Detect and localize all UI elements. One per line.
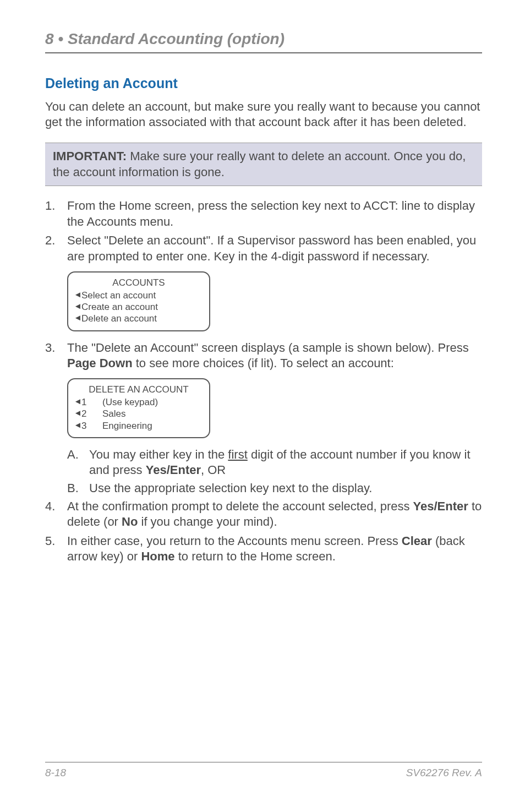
first-underlined: first [228,448,247,461]
section-title: Deleting an Account [45,75,482,91]
step-number: 1. [45,198,67,230]
screen-row-number: 3 [81,420,91,432]
yes-enter-text: Yes/Enter [146,463,201,477]
step-number: 4. [45,499,67,530]
intro-paragraph: You can delete an account, but make sure… [45,99,482,129]
screen-row: ◄ 1 (Use keypad) [74,396,204,408]
screen-row-text: Delete an account [81,313,157,324]
substep-text: Use the appropriate selection key next t… [89,481,482,497]
screen-row-text: Select an account [81,290,156,301]
important-label: IMPORTANT: [53,149,127,163]
left-arrow-icon: ◄ [74,313,81,324]
step-4: 4. At the confirmation prompt to delete … [45,499,482,530]
home-text: Home [141,549,174,563]
substep-letter: B. [67,481,89,497]
screen-row: ◄ Delete an account [74,313,204,324]
yes-enter-text: Yes/Enter [413,499,468,513]
page-number: 8-18 [45,767,66,779]
step-number: 5. [45,533,67,565]
step-text: At the confirmation prompt to delete the… [67,499,482,530]
page-down-text: Page Down [67,356,133,370]
accounts-screen: ACCOUNTS ◄ Select an account ◄ Create an… [67,271,210,331]
substep-a: A. You may either key in the first digit… [67,447,482,478]
screen-row-number: 2 [81,408,91,419]
substep-b: B. Use the appropriate selection key nex… [67,481,482,497]
step-3: 3. The "Delete an Account" screen displa… [45,340,482,372]
screen-row-text: Create an account [81,301,158,313]
step-text: Select "Delete an account". If a Supervi… [67,233,482,264]
left-arrow-icon: ◄ [74,290,81,301]
step-1: 1. From the Home screen, press the selec… [45,198,482,230]
screen-row: ◄ 2 Sales [74,408,204,419]
step-text: The "Delete an Account" screen displays … [67,340,482,372]
step-text: In either case, you return to the Accoun… [67,533,482,565]
chapter-title: 8 • Standard Accounting (option) [45,30,482,53]
left-arrow-icon: ◄ [74,420,81,432]
document-revision: SV62276 Rev. A [406,767,482,779]
screen-title: ACCOUNTS [74,277,204,288]
page-footer: 8-18 SV62276 Rev. A [45,762,482,779]
substep-letter: A. [67,447,89,478]
left-arrow-icon: ◄ [74,396,81,408]
screen-row-text: Sales [91,408,126,419]
clear-text: Clear [402,534,432,548]
step-number: 2. [45,233,67,264]
important-callout: IMPORTANT: Make sure your really want to… [45,143,482,186]
delete-account-screen: DELETE AN ACCOUNT ◄ 1 (Use keypad) ◄ 2 S… [67,378,210,438]
step-number: 3. [45,340,67,372]
screen-title: DELETE AN ACCOUNT [74,384,204,395]
screen-row-text: (Use keypad) [91,396,158,408]
left-arrow-icon: ◄ [74,301,81,313]
screen-row: ◄ 3 Engineering [74,420,204,432]
screen-row: ◄ Select an account [74,290,204,301]
step-5: 5. In either case, you return to the Acc… [45,533,482,565]
step-text: From the Home screen, press the selectio… [67,198,482,230]
step-2: 2. Select "Delete an account". If a Supe… [45,233,482,264]
no-text: No [122,515,138,528]
screen-row-number: 1 [81,396,91,408]
left-arrow-icon: ◄ [74,408,81,419]
substep-text: You may either key in the first digit of… [89,447,482,478]
screen-row: ◄ Create an account [74,301,204,313]
screen-row-text: Engineering [91,420,152,432]
